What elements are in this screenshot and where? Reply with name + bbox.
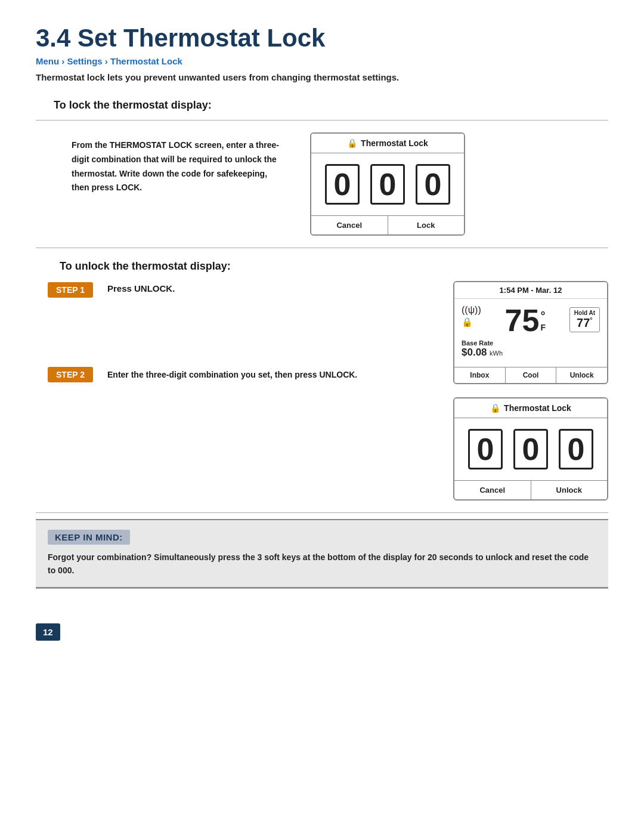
step1-badge: STEP 1 <box>48 282 93 298</box>
thermostat-display-screen: 1:54 PM - Mar. 12 ((ψ)) 🔒 75 ° F <box>453 281 608 384</box>
digit2-1: 0 <box>468 429 503 469</box>
display-time: 1:54 PM - Mar. 12 <box>454 282 607 299</box>
unlock-section: To unlock the thermostat display: STEP 1… <box>36 260 608 500</box>
cancel-button-2[interactable]: Cancel <box>454 481 531 499</box>
digit-2: 0 <box>370 164 405 205</box>
base-amount-row: $0.08 kWh <box>462 347 600 359</box>
divider-top <box>36 120 608 121</box>
display-top-row: ((ψ)) 🔒 75 ° F Hold At <box>462 305 600 336</box>
widget2-title: Thermostat Lock <box>504 403 571 413</box>
thermostat-lock-widget: 🔒 Thermostat Lock 0 0 0 Cancel Lock <box>310 132 465 236</box>
widget2-header: 🔒 Thermostat Lock <box>454 398 607 418</box>
display-lock-icon: 🔒 <box>462 317 481 328</box>
unlock-button[interactable]: Unlock <box>556 367 607 383</box>
hold-temp: 77° <box>574 316 595 330</box>
display-buttons: Inbox Cool Unlock <box>454 367 607 383</box>
widget-digits: 0 0 0 <box>311 153 464 215</box>
temp-unit: F <box>540 323 546 332</box>
divider-final <box>36 588 608 589</box>
wifi-icon: ((ψ)) <box>462 305 481 316</box>
temp-deg: ° <box>540 309 545 323</box>
base-amount: $0.08 <box>462 347 487 358</box>
lock-section: From the THERMOSTAT LOCK screen, enter a… <box>36 132 608 236</box>
display-icons: ((ψ)) 🔒 <box>462 305 481 328</box>
temp-main: 75 <box>505 305 540 336</box>
breadcrumb: Menu › Settings › Thermostat Lock <box>36 56 608 66</box>
keep-in-mind-header: KEEP IN MIND: <box>48 530 130 545</box>
step2-row: STEP 2 Enter the three-digit combination… <box>48 366 429 382</box>
step1-row: STEP 1 Press UNLOCK. <box>48 281 429 298</box>
divider-bottom <box>36 512 608 513</box>
hold-box: Hold At 77° <box>569 307 600 332</box>
display-temp: 75 ° F <box>505 305 546 336</box>
lock-instructions: From the THERMOSTAT LOCK screen, enter a… <box>72 132 286 195</box>
digit2-2: 0 <box>513 429 548 469</box>
hold-deg: ° <box>590 316 592 323</box>
unlock-steps-left: STEP 1 Press UNLOCK. STEP 2 Enter the th… <box>48 281 429 500</box>
base-unit: kWh <box>490 350 503 357</box>
base-rate-label: Base Rate <box>462 339 600 347</box>
divider-mid <box>36 248 608 248</box>
display-body: ((ψ)) 🔒 75 ° F Hold At <box>454 299 607 363</box>
temp-suffix: ° F <box>540 305 546 336</box>
unlock-steps-right: 1:54 PM - Mar. 12 ((ψ)) 🔒 75 ° F <box>453 281 608 500</box>
widget-title: Thermostat Lock <box>361 138 428 148</box>
keep-in-mind-section: KEEP IN MIND: Forgot your combination? S… <box>36 519 608 588</box>
unlock-section-header: To unlock the thermostat display: <box>60 260 608 273</box>
lock-icon-2: 🔒 <box>490 403 500 413</box>
digit-3: 0 <box>416 164 450 205</box>
thermostat-lock-widget-2: 🔒 Thermostat Lock 0 0 0 Cancel Unlock <box>453 397 608 500</box>
widget-buttons: Cancel Lock <box>311 215 464 234</box>
keep-in-mind-text: Forgot your combination? Simultaneously … <box>48 551 596 577</box>
cool-button[interactable]: Cool <box>505 367 556 383</box>
hold-label: Hold At <box>574 310 595 316</box>
unlock-button-2[interactable]: Unlock <box>531 481 608 499</box>
widget2-digits: 0 0 0 <box>454 418 607 480</box>
intro-text: Thermostat lock lets you prevent unwante… <box>36 72 608 82</box>
step2-text: Enter the three-digit combination you se… <box>107 366 429 381</box>
widget2-buttons: Cancel Unlock <box>454 480 607 499</box>
widget-header: 🔒 Thermostat Lock <box>311 134 464 153</box>
unlock-steps-layout: STEP 1 Press UNLOCK. STEP 2 Enter the th… <box>42 281 608 500</box>
page-title: 3.4 Set Thermostat Lock <box>36 24 608 52</box>
page-number-container: 12 <box>36 605 608 641</box>
inbox-button[interactable]: Inbox <box>454 367 505 383</box>
digit2-3: 0 <box>559 429 593 469</box>
lock-section-header: To lock the thermostat display: <box>54 99 608 112</box>
step2-badge: STEP 2 <box>48 367 93 382</box>
cancel-button[interactable]: Cancel <box>311 216 388 234</box>
lock-icon: 🔒 <box>347 138 357 148</box>
digit-1: 0 <box>325 164 360 205</box>
lock-button[interactable]: Lock <box>388 216 465 234</box>
step1-text: Press UNLOCK. <box>107 281 429 293</box>
page-number: 12 <box>36 623 60 641</box>
